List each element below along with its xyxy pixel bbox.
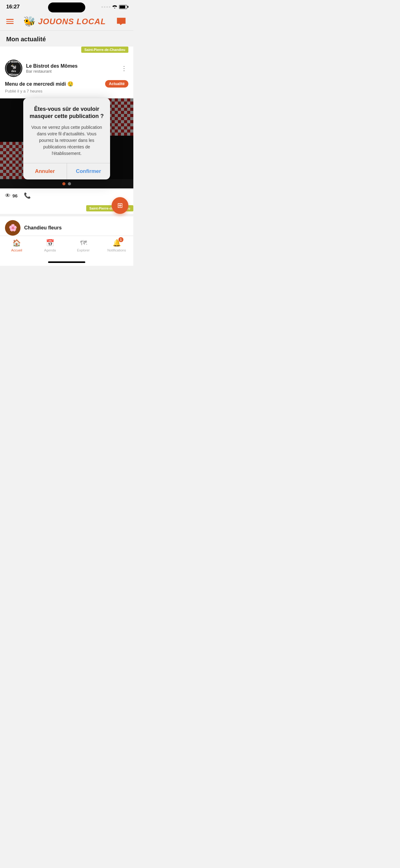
eye-icon: 👁 (5, 192, 10, 199)
carousel-dots (0, 179, 133, 188)
notification-badge-wrapper: 🔔 1 (112, 239, 121, 247)
post-image-area: Le Bistrot 🐄 des Mômes ◇ Dessert maison … (0, 98, 133, 179)
nav-label-explorer: Explorer (77, 248, 90, 252)
home-indicator (0, 258, 133, 266)
second-card-title: Chandieu fleurs (24, 225, 62, 231)
main-content: Mon actualité Saint-Pierre-de-Chandieu L… (0, 31, 133, 236)
nav-label-home: Accueil (11, 248, 22, 252)
feed-card-1: Le Bistrot 🐄 des Mômes Le Bistrot des Mô… (0, 55, 133, 98)
status-time: 16:27 (6, 4, 20, 10)
bee-icon: 🐝 (23, 16, 36, 27)
status-icons (101, 4, 127, 9)
agenda-icon: 📅 (46, 239, 54, 247)
nav-item-notifications[interactable]: 🔔 1 Notifications (100, 239, 134, 252)
carousel-dot-1[interactable] (62, 182, 65, 185)
category-badge: Actualité (105, 80, 128, 88)
signal-icon (101, 6, 110, 8)
post-title-row: Menu de ce mercredi midi 🤤 Actualité (5, 80, 128, 88)
nav-item-home[interactable]: 🏠 Accueil (0, 239, 33, 252)
bistrot-avatar: Le Bistrot 🐄 des Mômes (5, 60, 22, 77)
logo-text: JOUONS LOCAL (38, 17, 106, 26)
dialog-buttons: Annuler Confirmer (23, 163, 110, 180)
card-info: Le Bistrot des Mômes Bar restaurant (26, 63, 116, 73)
card-header: Le Bistrot 🐄 des Mômes Le Bistrot des Mô… (5, 60, 128, 77)
post-time: Publié il y a 7 heures (5, 89, 128, 93)
status-bar: 16:27 (0, 0, 133, 12)
nav-label-agenda: Agenda (44, 248, 56, 252)
bottom-nav: 🏠 Accueil 📅 Agenda 🗺 Explorer 🔔 1 Notifi… (0, 236, 133, 258)
app-logo: 🐝 JOUONS LOCAL (23, 16, 106, 27)
more-options-button[interactable]: ⋮ (120, 65, 128, 72)
nav-item-explorer[interactable]: 🗺 Explorer (67, 239, 100, 252)
confirm-button[interactable]: Confirmer (67, 163, 110, 180)
business-type: Bar restaurant (26, 69, 116, 73)
app-header: 🐝 JOUONS LOCAL (0, 12, 133, 30)
dialog-content: Êtes-vous sûr de vouloir masquer cette p… (23, 98, 110, 163)
confirmation-dialog: Êtes-vous sûr de vouloir masquer cette p… (23, 98, 110, 180)
phone-stat: 📞 (24, 192, 31, 199)
qr-icon: ⊞ (117, 202, 123, 210)
nav-label-notifications: Notifications (107, 248, 126, 252)
views-stat: 👁 96 (5, 192, 18, 199)
cancel-button[interactable]: Annuler (23, 163, 67, 180)
location-badge-1: Saint-Pierre-de-Chandieu (81, 46, 128, 53)
views-count: 96 (12, 193, 18, 198)
explorer-icon: 🗺 (80, 239, 87, 247)
home-bar (48, 261, 85, 263)
dialog-title: Êtes-vous sûr de vouloir masquer cette p… (29, 105, 104, 120)
hamburger-menu-button[interactable] (6, 19, 14, 24)
notification-count: 1 (119, 237, 124, 242)
second-card: 🌸 Chandieu fleurs (0, 216, 133, 236)
carousel-dot-2[interactable] (68, 182, 71, 185)
qr-button[interactable]: ⊞ (112, 197, 128, 214)
post-title: Menu de ce mercredi midi 🤤 (5, 81, 73, 87)
flowers-avatar: 🌸 (5, 220, 21, 236)
wifi-icon (112, 4, 117, 9)
nav-item-agenda[interactable]: 📅 Agenda (33, 239, 67, 252)
dialog-body: Vous ne verrez plus cette publication da… (29, 124, 104, 157)
business-name: Le Bistrot des Mômes (26, 63, 116, 69)
notch (48, 2, 85, 12)
section-title: Mon actualité (0, 31, 133, 46)
battery-icon (119, 5, 127, 9)
phone-icon: 📞 (24, 192, 31, 199)
chat-button[interactable] (115, 17, 127, 26)
dialog-overlay: Êtes-vous sûr de vouloir masquer cette p… (0, 98, 133, 179)
home-icon: 🏠 (12, 239, 21, 247)
